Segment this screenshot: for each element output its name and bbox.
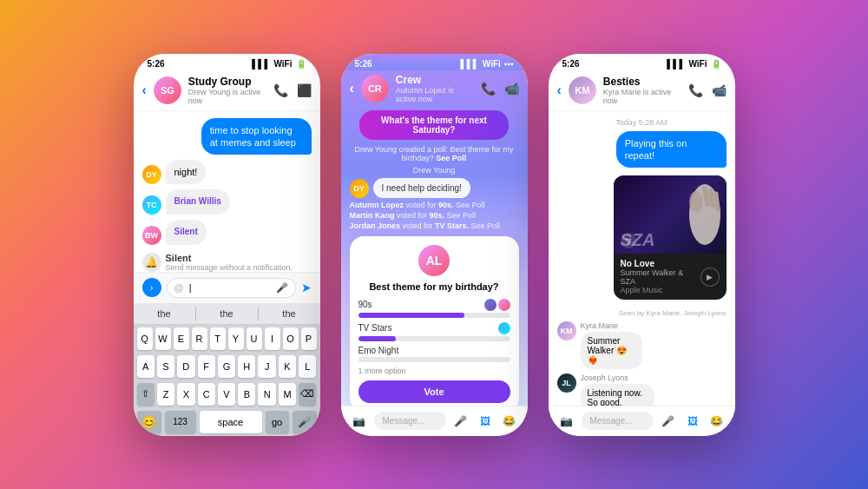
key-shift[interactable]: ⇧ xyxy=(137,383,155,406)
status-bar-3: 5:26 ▌▌▌ WiFi 🔋 xyxy=(549,54,735,70)
poll-option-label-emonight: Emo Night xyxy=(358,346,510,355)
option-text-90s: 90s xyxy=(358,300,372,309)
svg-line-4 xyxy=(716,194,718,209)
key-go[interactable]: go xyxy=(266,411,289,433)
message-input-3[interactable]: Message... xyxy=(582,412,654,430)
key-c[interactable]: C xyxy=(198,383,215,406)
key-b[interactable]: B xyxy=(238,383,255,406)
bubble-outgoing: time to stop looking at memes and sleep xyxy=(201,118,312,155)
message-row: BW Silent xyxy=(142,220,312,245)
key-r[interactable]: R xyxy=(192,327,207,350)
message-input-2[interactable]: Message... xyxy=(374,412,446,430)
back-icon-2[interactable]: ‹ xyxy=(350,81,354,96)
emoji-key[interactable]: 😊 xyxy=(137,411,161,433)
poll-creator-avatar-area: AL xyxy=(358,245,510,276)
image-btn-2[interactable]: 🖼 xyxy=(476,412,495,431)
sender-tiffany: Brian Willis xyxy=(174,195,221,207)
back-icon-3[interactable]: ‹ xyxy=(557,83,562,98)
key-f[interactable]: F xyxy=(198,355,215,378)
mention-input[interactable]: @ | 🎤 xyxy=(167,278,296,298)
drew-avatar: DY xyxy=(350,179,369,198)
video-call-icon-2[interactable]: 📹 xyxy=(504,82,519,96)
mic-btn-2[interactable]: 🎤 xyxy=(451,412,470,431)
key-123[interactable]: 123 xyxy=(165,411,196,433)
chat-content-1: ‹ SG Study Group Drew Young is active no… xyxy=(134,70,320,436)
key-l[interactable]: L xyxy=(299,355,316,378)
wifi-icon-2: WiFi xyxy=(483,59,501,69)
signal-icon-3: ▌▌▌ xyxy=(667,59,685,69)
key-backspace[interactable]: ⌫ xyxy=(299,383,316,406)
key-space[interactable]: space xyxy=(200,411,262,433)
key-a[interactable]: A xyxy=(137,355,155,378)
chat-title-3: Besties xyxy=(603,76,681,88)
key-d[interactable]: D xyxy=(177,355,194,378)
autocomplete-the-3[interactable]: the xyxy=(259,307,320,320)
back-icon[interactable]: ‹ xyxy=(142,83,147,98)
battery-icon-3: 🔋 xyxy=(711,59,721,69)
send-icon[interactable]: ➤ xyxy=(301,281,312,294)
key-s[interactable]: S xyxy=(157,355,174,378)
key-o[interactable]: O xyxy=(283,327,299,350)
video-call-icon-3[interactable]: 📹 xyxy=(712,83,727,97)
autocomplete-the-2[interactable]: the xyxy=(196,307,259,320)
key-n[interactable]: N xyxy=(258,383,275,406)
mic-btn-3[interactable]: 🎤 xyxy=(659,412,678,431)
vote-msg-1: Autumn Lopez voted for 90s. See Poll xyxy=(341,200,528,210)
key-v[interactable]: V xyxy=(218,383,235,406)
besties-avatar: KM xyxy=(569,76,596,104)
header-actions-3: 📞 📹 xyxy=(688,83,727,97)
poll-bar-fill-tvstars xyxy=(358,336,397,341)
camera-btn-2[interactable]: 📷 xyxy=(350,412,369,431)
status-bar-1: 5:26 ▌▌▌ WiFi 🔋 xyxy=(134,54,320,70)
key-h[interactable]: H xyxy=(238,355,255,378)
key-q[interactable]: Q xyxy=(137,327,153,350)
play-btn[interactable]: ▶ xyxy=(700,268,720,287)
play-indicator[interactable]: ▽ xyxy=(621,233,636,248)
key-x[interactable]: X xyxy=(177,383,194,406)
autocomplete-the-1[interactable]: the xyxy=(134,307,196,320)
at-btn[interactable]: › xyxy=(142,278,161,297)
mic-inline-icon[interactable]: 🎤 xyxy=(276,282,288,294)
phone-call-icon-2[interactable]: 📞 xyxy=(481,82,496,96)
sticker-btn-2[interactable]: 😂 xyxy=(500,412,519,431)
header-actions-1: 📞 ⬛ xyxy=(273,83,312,97)
svg-line-3 xyxy=(711,190,713,206)
joseph-name: Joseph Lyons xyxy=(581,373,687,382)
key-u[interactable]: U xyxy=(247,327,262,350)
poll-bar-fill-90s xyxy=(358,313,465,318)
key-y[interactable]: Y xyxy=(228,327,244,350)
phone-call-icon[interactable]: 📞 xyxy=(273,83,288,97)
poll-bar-emonight xyxy=(358,357,510,362)
poll-bar-tvstars xyxy=(358,336,510,341)
video-call-icon[interactable]: ⬛ xyxy=(297,83,312,97)
key-m[interactable]: M xyxy=(279,383,296,406)
vote-button[interactable]: Vote xyxy=(358,380,510,403)
key-i[interactable]: I xyxy=(265,327,280,350)
camera-btn-3[interactable]: 📷 xyxy=(557,412,576,431)
joseph-avatar: JL xyxy=(557,373,576,393)
key-z[interactable]: Z xyxy=(157,383,174,406)
key-j[interactable]: J xyxy=(258,355,275,378)
key-w[interactable]: W xyxy=(155,327,171,350)
poll-option-label-tvstars: TV Stars xyxy=(358,322,510,334)
key-t[interactable]: T xyxy=(210,327,226,350)
key-g[interactable]: G xyxy=(218,355,235,378)
phone-study-group: 5:26 ▌▌▌ WiFi 🔋 ‹ SG Study Group Drew Yo… xyxy=(134,54,320,436)
chat-subtitle-3: Kyra Marie is active now xyxy=(603,88,681,105)
option-text-tvstars: TV Stars xyxy=(358,323,392,333)
phone-call-icon-3[interactable]: 📞 xyxy=(688,83,703,97)
key-k[interactable]: K xyxy=(279,355,296,378)
poll-more-options: 1 more option xyxy=(358,367,510,375)
chat-header-1: ‹ SG Study Group Drew Young is active no… xyxy=(134,70,320,111)
music-seen-by: Seen by Kyra Marie, Joseph Lyons xyxy=(557,309,727,317)
image-btn-3[interactable]: 🖼 xyxy=(683,412,702,431)
poll-bg: ‹ CR Crew Autumn Lopez is active now 📞 📹… xyxy=(341,70,528,406)
message-bar-3: 📷 Message... 🎤 🖼 😂 xyxy=(549,406,735,436)
key-p[interactable]: P xyxy=(301,327,317,350)
svg-line-2 xyxy=(705,188,707,204)
sticker-btn-3[interactable]: 😂 xyxy=(707,412,727,431)
mic-key[interactable]: 🎤 xyxy=(293,411,317,433)
at-symbol: @ xyxy=(174,282,184,293)
chat-title-1: Study Group xyxy=(188,76,266,88)
key-e[interactable]: E xyxy=(174,327,189,350)
